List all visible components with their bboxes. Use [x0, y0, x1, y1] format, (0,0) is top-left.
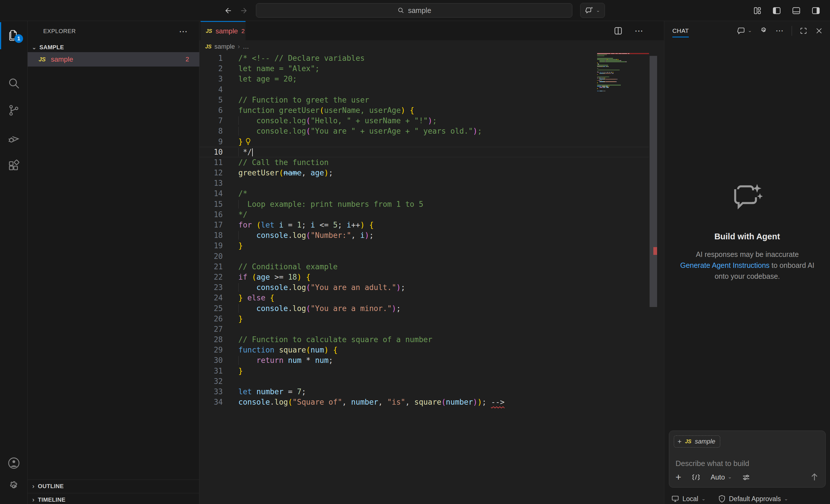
shield-icon — [718, 495, 726, 503]
code-line[interactable]: 10 */ — [199, 147, 664, 157]
attach-context-button[interactable]: + — [675, 471, 681, 483]
code-line[interactable]: 6function greetUser(userName, userAge) { — [199, 105, 664, 115]
code-line[interactable]: 16*/ — [199, 209, 664, 220]
code-line[interactable]: 20 — [199, 251, 664, 262]
context-chip-sample[interactable]: + JS sample — [674, 435, 720, 447]
chat-input-box[interactable]: + JS sample Describe what to build + Aut… — [669, 431, 826, 488]
file-item-sample[interactable]: JS sample 2 — [28, 52, 199, 67]
scrollbar-thumb[interactable] — [649, 56, 657, 307]
code-line[interactable]: 27 — [199, 324, 664, 334]
outline-section[interactable]: › OUTLINE — [28, 479, 199, 493]
sidebar-item-search[interactable] — [0, 69, 28, 97]
toggle-panel-icon[interactable] — [791, 6, 801, 15]
code-line[interactable]: 34console.log("Square of", number, "is",… — [199, 397, 664, 407]
close-icon[interactable] — [815, 27, 823, 35]
vertical-scrollbar[interactable] — [649, 53, 657, 504]
minimap[interactable] — [597, 53, 649, 92]
code-line[interactable]: 30 return num * num; — [199, 355, 664, 366]
tools-sliders-icon[interactable] — [741, 473, 751, 481]
code-line[interactable]: 19} — [199, 240, 664, 251]
sidebar-item-explorer[interactable]: 1 — [0, 22, 28, 49]
line-number: 7 — [199, 115, 223, 126]
code-line[interactable]: 11// Call the function — [199, 157, 664, 168]
line-number: 26 — [199, 314, 223, 324]
toggle-secondary-sidebar-icon[interactable] — [811, 6, 821, 15]
back-arrow-icon[interactable] — [223, 6, 232, 15]
breadcrumb[interactable]: JS sample › … — [199, 40, 664, 53]
code-line[interactable]: 28// Function to calculate square of a n… — [199, 334, 664, 345]
code-icon[interactable] — [691, 473, 701, 481]
code-line[interactable]: 14/* — [199, 188, 664, 199]
code-line[interactable]: 33let number = 7; — [199, 387, 664, 397]
more-actions-icon[interactable]: ⋯ — [635, 26, 644, 36]
code-line[interactable]: 7 console.log("Hello, " + userName + "!"… — [199, 115, 664, 126]
code-line[interactable]: 2let name = "Alex"; — [199, 63, 664, 74]
code-line[interactable]: 8 console.log("You are " + userAge + " y… — [199, 126, 664, 136]
code-line[interactable]: 3let age = 20; — [199, 74, 664, 84]
code-line[interactable]: 23 console.log("You are an adult."); — [199, 282, 664, 293]
forward-arrow-icon[interactable] — [240, 6, 249, 15]
code-line[interactable]: 22if (age >= 18) { — [199, 272, 664, 282]
toggle-primary-sidebar-icon[interactable] — [772, 6, 781, 15]
code-line[interactable]: 17for (let i = 1; i <= 5; i++) { — [199, 220, 664, 230]
environment-picker[interactable]: Local ⌄ — [671, 495, 705, 503]
tab-sample[interactable]: JS sample 2 — [200, 21, 246, 40]
approvals-picker[interactable]: Default Approvals ⌄ — [718, 495, 788, 503]
line-number: 3 — [199, 74, 223, 84]
code-line[interactable]: 18 console.log("Number:", i); — [199, 230, 664, 240]
activity-bar: 1 — [0, 21, 28, 504]
overview-ruler-error-mark — [653, 247, 657, 255]
sidebar-item-source-control[interactable] — [0, 97, 28, 124]
code-line[interactable]: 15 Loop example: print numbers from 1 to… — [199, 199, 664, 209]
tab-chat[interactable]: CHAT — [672, 24, 689, 37]
line-number: 4 — [199, 85, 223, 95]
chat-mode-button[interactable]: ⌄ — [737, 27, 752, 35]
explorer-badge: 1 — [14, 34, 23, 43]
line-number: 2 — [199, 63, 223, 74]
chevron-right-icon: › — [32, 496, 34, 504]
copilot-button[interactable]: ⌄ — [580, 3, 605, 18]
settings-button[interactable] — [0, 473, 28, 500]
maximize-panel-icon[interactable] — [799, 27, 807, 35]
code-line[interactable]: 25 console.log("You are a minor."); — [199, 303, 664, 314]
code-line[interactable]: 26} — [199, 314, 664, 324]
code-line[interactable]: 24} else { — [199, 293, 664, 303]
chat-settings-gear-icon[interactable] — [759, 27, 768, 35]
customize-layout-icon[interactable] — [753, 6, 762, 15]
code-line[interactable]: 12greetUser(name, age); — [199, 168, 664, 178]
chat-empty-state: Build with Agent AI responses may be ina… — [664, 182, 830, 282]
code-line[interactable]: 21// Conditional example — [199, 262, 664, 272]
generate-agent-instructions-link[interactable]: Generate Agent Instructions — [680, 261, 769, 269]
copilot-chat-icon — [585, 6, 594, 15]
code-line[interactable]: 29function square(num) { — [199, 345, 664, 355]
code-line[interactable]: 13 — [199, 178, 664, 188]
line-number: 16 — [199, 209, 223, 220]
line-number: 28 — [199, 334, 223, 345]
sidebar-item-run-debug[interactable] — [0, 125, 28, 153]
chevron-down-icon: ⌄ — [32, 44, 37, 51]
command-center-search[interactable]: sample — [256, 3, 572, 18]
timeline-section[interactable]: › TIMELINE — [28, 493, 199, 504]
code-editor[interactable]: 1/* <!-- // Declare variables2let name =… — [199, 53, 664, 504]
problems-badge: 2 — [186, 56, 189, 63]
folder-section-sample[interactable]: ⌄ SAMPLE — [28, 42, 199, 52]
sidebar-item-extensions[interactable] — [0, 152, 28, 179]
code-line[interactable]: 9} — [199, 136, 664, 147]
chevron-down-icon: ⌄ — [701, 497, 705, 501]
code-line[interactable]: 5// Function to greet the user — [199, 95, 664, 105]
split-editor-icon[interactable] — [613, 26, 623, 36]
code-line[interactable]: 31} — [199, 366, 664, 376]
line-number: 21 — [199, 262, 223, 272]
chat-input-placeholder[interactable]: Describe what to build — [675, 459, 749, 468]
line-number: 19 — [199, 240, 223, 251]
line-number: 32 — [199, 376, 223, 387]
chat-more-actions[interactable]: ⋯ — [775, 26, 784, 35]
code-line[interactable]: 4 — [199, 85, 664, 95]
explorer-more-actions[interactable]: ⋯ — [179, 26, 188, 36]
model-picker[interactable]: Auto ⌄ — [711, 473, 732, 481]
code-line[interactable]: 1/* <!-- // Declare variables — [199, 53, 664, 63]
plus-icon: + — [677, 437, 681, 445]
line-number: 34 — [199, 397, 223, 407]
send-button[interactable] — [809, 472, 820, 482]
code-line[interactable]: 32 — [199, 376, 664, 387]
